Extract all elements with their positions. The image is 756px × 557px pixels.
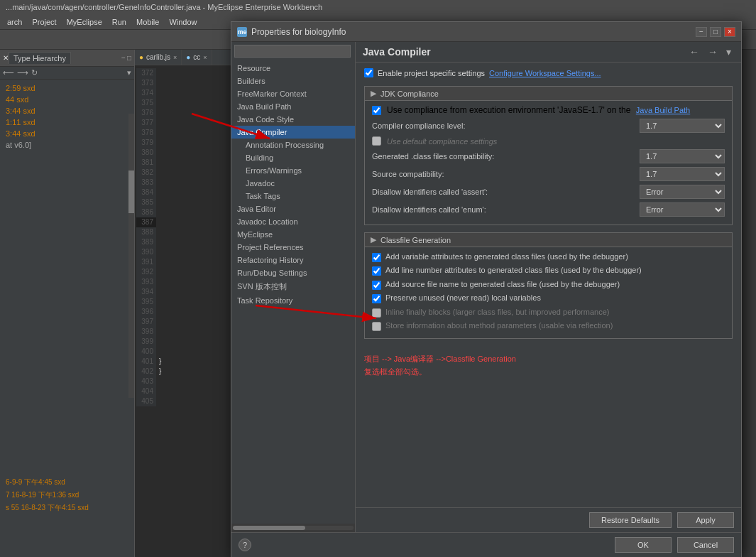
menu-project[interactable]: Project <box>28 16 60 28</box>
close-icon[interactable]: ✕ <box>3 54 9 62</box>
classfile-item-1: Add line number attributes to generated … <box>372 265 725 276</box>
panel-toolbar: ⟵ ⟶ ↻ ▾ <box>0 67 134 80</box>
tree-item-task-repository[interactable]: Task Repository <box>231 294 355 307</box>
tree-item-javadoc-location[interactable]: Javadoc Location <box>231 215 355 228</box>
tree-item-building[interactable]: Building <box>231 151 355 164</box>
code-line-390: 390 <box>136 247 236 257</box>
tree-item-java-build-path[interactable]: Java Build Path <box>231 100 355 113</box>
tree-item-builders[interactable]: Builders <box>231 75 355 87</box>
log-line-1: 2:59 sxd <box>3 82 131 94</box>
classfile-checkbox-1[interactable] <box>372 266 381 276</box>
classfile-section-title: ▶ Classfile Generation <box>365 233 732 247</box>
dialog-title-left: me Properties for biologyInfo <box>237 27 346 37</box>
refresh-icon[interactable]: ↻ <box>31 68 38 77</box>
cancel-button[interactable]: Cancel <box>677 537 734 553</box>
classfile-item-0: Add variable attributes to generated cla… <box>372 252 725 262</box>
type-hierarchy-tab[interactable]: Type Hierarchy <box>9 52 71 64</box>
apply-button[interactable]: Apply <box>677 512 734 528</box>
cc-close-icon[interactable]: × <box>203 54 207 61</box>
java-build-path-link[interactable]: Java Build Path <box>636 106 690 114</box>
ide-title-text: ...main/java/com/agen/controller/GeneInf… <box>6 3 322 11</box>
menu-myeclipse[interactable]: MyEclipse <box>62 16 106 28</box>
dialog-maximize-btn[interactable]: □ <box>710 27 721 37</box>
code-line-401: 401} <box>136 357 236 367</box>
nav-forward-btn[interactable]: → <box>705 46 721 58</box>
code-line-372: 372 <box>136 68 236 78</box>
tree-panel: Resource Builders FreeMarker Context Jav… <box>231 42 356 532</box>
classfile-label-3: Preserve unused (never read) local varia… <box>385 293 541 303</box>
tree-item-svn[interactable]: SVN 版本控制 <box>231 279 355 294</box>
compliance-level-select[interactable]: 1.7 <box>640 119 725 133</box>
classfile-checkbox-0[interactable] <box>372 253 381 262</box>
source-select[interactable]: 1.7 <box>640 167 725 181</box>
tree-item-java-code-style[interactable]: Java Code Style <box>231 113 355 126</box>
code-line-393: 393 <box>136 277 236 287</box>
forward-icon[interactable]: ⟶ <box>17 68 28 77</box>
code-line-378: 378 <box>136 128 236 138</box>
properties-dialog: me Properties for biologyInfo − □ × Reso… <box>231 21 742 557</box>
ok-cancel-area: OK Cancel <box>615 537 734 553</box>
help-button[interactable]: ? <box>239 539 251 551</box>
tree-item-run-debug-settings[interactable]: Run/Debug Settings <box>231 266 355 279</box>
tree-menu-icon[interactable]: ▾ <box>127 68 131 77</box>
code-lines: 372 373 374 375 376 377 378 379 380 381 … <box>135 65 237 409</box>
tree-item-errors-warnings[interactable]: Errors/Warnings <box>231 164 355 177</box>
use-default-row: Use default compliance settings <box>372 136 725 146</box>
nav-back-btn[interactable]: ← <box>686 46 702 58</box>
use-compliance-checkbox[interactable] <box>372 106 381 115</box>
cc-tab[interactable]: ● cc × <box>182 50 212 65</box>
log-line-4: 1:11 sxd <box>3 117 131 128</box>
scrollbar-track[interactable] <box>128 114 134 398</box>
content-header: Java Compiler ← → ▾ <box>356 42 741 63</box>
back-icon[interactable]: ⟵ <box>3 68 14 77</box>
annotation-text: 项目 --> Java编译器 -->Classfile Generation 复… <box>364 353 733 378</box>
tree-item-project-references[interactable]: Project References <box>231 241 355 254</box>
configure-workspace-link[interactable]: Configure Workspace Settings... <box>489 69 601 77</box>
tree-search-input[interactable] <box>234 45 351 58</box>
generated-select[interactable]: 1.7 <box>640 149 725 163</box>
classfile-checkbox-3[interactable] <box>372 294 381 303</box>
menu-run[interactable]: Run <box>108 16 131 28</box>
maximize-icon[interactable]: □ <box>127 54 131 62</box>
menu-mobile[interactable]: Mobile <box>132 16 163 28</box>
tree-item-task-tags[interactable]: Task Tags <box>231 190 355 202</box>
content-panel: Java Compiler ← → ▾ Enable project speci… <box>356 42 741 532</box>
dialog-minimize-btn[interactable]: − <box>696 27 707 37</box>
tree-items-list: Resource Builders FreeMarker Context Jav… <box>231 60 355 524</box>
enable-checkbox[interactable] <box>364 68 373 77</box>
h-scrollbar[interactable] <box>231 524 355 532</box>
tree-item-java-editor[interactable]: Java Editor <box>231 202 355 215</box>
tree-item-javadoc[interactable]: Javadoc <box>231 177 355 190</box>
tree-item-freemarker[interactable]: FreeMarker Context <box>231 87 355 100</box>
classfile-checkbox-5[interactable] <box>372 322 381 331</box>
tree-item-java-compiler[interactable]: Java Compiler <box>231 126 355 139</box>
dialog-title-icon: me <box>237 27 247 37</box>
restore-defaults-button[interactable]: Restore Defaults <box>589 512 672 528</box>
disallow-enum-select[interactable]: Error <box>640 202 725 217</box>
disallow-assert-select[interactable]: Error <box>640 185 725 199</box>
code-line-386: 386 <box>136 207 236 217</box>
code-tab-bar: ● carlib.js × ● cc × <box>135 50 237 65</box>
classfile-item-3: Preserve unused (never read) local varia… <box>372 293 725 303</box>
nav-menu-btn[interactable]: ▾ <box>723 46 734 58</box>
ok-button[interactable]: OK <box>615 537 672 553</box>
minimize-icon[interactable]: − <box>121 54 126 62</box>
h-scrollbar-thumb[interactable] <box>233 526 305 530</box>
code-line-375: 375 <box>136 98 236 108</box>
tree-item-annotation-processing[interactable]: Annotation Processing <box>231 139 355 151</box>
scrollbar-thumb[interactable] <box>128 171 134 213</box>
ide-background: ...main/java/com/agen/controller/GeneInf… <box>0 0 756 557</box>
classfile-checkbox-4[interactable] <box>372 308 381 318</box>
dialog-close-btn[interactable]: × <box>724 27 735 37</box>
classfile-checkbox-2[interactable] <box>372 281 381 290</box>
menu-window[interactable]: Window <box>165 16 201 28</box>
carlib-tab[interactable]: ● carlib.js × <box>135 50 182 65</box>
classfile-label-1: Add line number attributes to generated … <box>385 265 642 276</box>
tree-item-refactoring-history[interactable]: Refactoring History <box>231 254 355 266</box>
menu-arch[interactable]: arch <box>3 16 26 28</box>
tree-item-myeclipse[interactable]: MyEclipse <box>231 228 355 241</box>
carlib-close-icon[interactable]: × <box>173 54 177 61</box>
tree-item-resource[interactable]: Resource <box>231 62 355 75</box>
cc-file-icon: ● <box>186 53 190 61</box>
use-default-checkbox[interactable] <box>372 136 381 146</box>
